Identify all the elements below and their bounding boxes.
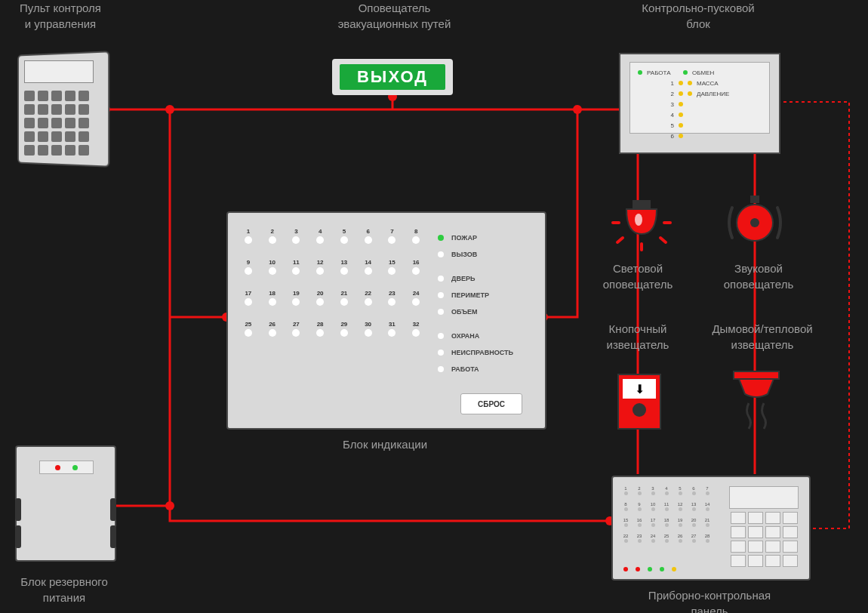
label-button-detector: Кнопочныйизвещатель (589, 321, 687, 353)
label-backup: Блок резервногопитания (0, 574, 128, 605)
light-notifier-icon (611, 193, 672, 253)
label-light-notifier: Световойоповещатель (589, 260, 687, 292)
svg-line-4 (617, 238, 623, 242)
control-panel-device: 1234567891011121314151617181920212223242… (611, 476, 811, 581)
backup-power-device (15, 445, 116, 562)
diagram-stage: Пульт контроляи управления Оповещательэв… (0, 0, 868, 613)
wire-node (165, 105, 174, 114)
label-ctrlblock: Контрольно-пусковойблок (596, 0, 800, 32)
wire-node (573, 105, 582, 114)
label-indication: Блок индикации (325, 436, 445, 452)
svg-point-9 (750, 218, 759, 227)
control-start-block-device: РАБОТАОБМЕН1МАССА2ДАВЛЕНИЕ3456 (619, 53, 780, 154)
indication-block-device: 1234567891011121314151617181920212223242… (226, 211, 546, 430)
sound-notifier-icon (725, 193, 785, 253)
down-arrow-icon: ⬇ (635, 382, 645, 396)
reset-button[interactable]: СБРОС (460, 393, 522, 414)
svg-rect-0 (633, 200, 651, 209)
label-smoke-detector: Дымовой/тепловойизвещатель (702, 321, 823, 353)
svg-rect-7 (750, 196, 759, 203)
label-control-panel: Приборно-контрольнаяпанель (611, 587, 808, 613)
label-exit: Оповещательэвакуационных путей (317, 0, 472, 32)
label-keypad: Пульт контроляи управления (0, 0, 121, 32)
svg-point-1 (635, 214, 642, 226)
exit-sign-text: ВЫХОД (340, 64, 445, 90)
label-sound-notifier: Звуковойоповещатель (709, 260, 808, 292)
button-detector-icon: ⬇ (617, 374, 661, 430)
exit-sign-device: ВЫХОД (332, 59, 453, 95)
control-keypad-device (15, 53, 106, 162)
wire-node (165, 501, 174, 510)
smoke-detector-icon (730, 370, 783, 408)
svg-line-5 (660, 238, 666, 242)
svg-rect-10 (734, 371, 779, 379)
